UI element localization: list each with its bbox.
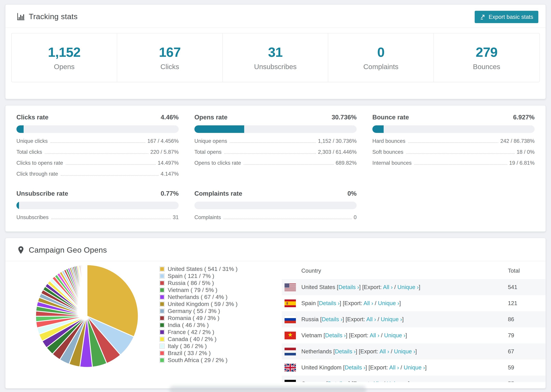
- metric-label: Unsubscribes: [16, 214, 49, 220]
- dotted-leader: [66, 164, 155, 165]
- rate-value: 30.736%: [332, 114, 357, 121]
- horizontal-scrollbar[interactable]: [170, 386, 366, 392]
- country-name: United Kingdom: [301, 364, 343, 371]
- legend-label: Netherlands ( 67 / 4% ): [168, 294, 228, 300]
- bracket: ]: [405, 332, 407, 338]
- legend-swatch: [160, 315, 165, 321]
- details-link[interactable]: Details ›: [328, 380, 348, 382]
- dotted-leader: [50, 142, 145, 143]
- total-cell: 59: [508, 364, 545, 371]
- metric-label: Complaints: [194, 214, 221, 220]
- bracket: [: [343, 364, 345, 371]
- legend-swatch: [160, 273, 165, 279]
- export-unique-link[interactable]: Unique ›: [404, 364, 425, 371]
- metric-value: 4.147%: [161, 171, 179, 177]
- export-all-link[interactable]: All ›: [383, 284, 393, 290]
- export-unique-link[interactable]: Unique ›: [378, 300, 399, 306]
- progress-fill: [194, 125, 244, 133]
- export-unique-link[interactable]: Unique ›: [387, 380, 408, 382]
- table-row-vn: ★Vietnam [Details ›] [Export: All › / Un…: [282, 327, 545, 343]
- rate-head: Opens rate30.736%: [194, 114, 357, 121]
- campaign-geo-opens-title: Campaign Geo Opens: [29, 245, 107, 254]
- details-link[interactable]: Details ›: [345, 364, 365, 371]
- bracket: [: [326, 380, 328, 382]
- export-all-link[interactable]: All ›: [370, 332, 379, 338]
- legend-item: Spain ( 121 / 7% ): [160, 273, 277, 280]
- metric-row: Opens to clicks rate689.82%: [194, 158, 357, 168]
- dotted-leader: [61, 175, 159, 176]
- metric-label: Total opens: [194, 149, 222, 155]
- tracking-stats-card: Tracking stats Export basic stats 1,152O…: [5, 4, 546, 99]
- campaign-stats-page: { "colors":{ "accent":"#15849e", "button…: [0, 0, 551, 392]
- details-link[interactable]: Details ›: [335, 348, 356, 355]
- rates-grid: Clicks rate4.46%Unique clicks167 / 4.456…: [6, 105, 545, 223]
- progress-bar: [194, 202, 357, 209]
- dotted-leader: [406, 153, 515, 154]
- table-row-es: Spain [Details ›] [Export: All › / Uniqu…: [282, 295, 545, 311]
- country-name: Netherlands: [301, 348, 333, 355]
- stat-label: Complaints: [363, 63, 398, 71]
- legend-swatch: [160, 294, 165, 300]
- export-all-link[interactable]: All ›: [363, 300, 373, 306]
- export-unique-link[interactable]: Unique ›: [384, 332, 406, 338]
- metric-row: Complaints0: [194, 212, 357, 223]
- country-name: Russia: [301, 316, 320, 322]
- bracket: ]: [399, 300, 401, 306]
- pie-slice-other[interactable]: [87, 265, 87, 316]
- metric-rows: Hard bounces242 / 86.738%Soft bounces18 …: [372, 136, 535, 168]
- export-unique-link[interactable]: Unique ›: [394, 348, 415, 355]
- country-column-header: Country: [282, 267, 508, 274]
- export-all-link[interactable]: All ›: [366, 316, 376, 322]
- export-all-link[interactable]: All ›: [389, 364, 399, 371]
- legend-item: Vietnam ( 79 / 5% ): [160, 287, 277, 294]
- metric-value: 242 / 86.738%: [500, 138, 535, 144]
- metric-value: 167 / 4.456%: [147, 138, 179, 144]
- rate-head: Unsubscribe rate0.77%: [16, 190, 179, 197]
- export-all-link[interactable]: All ›: [372, 380, 382, 382]
- details-link[interactable]: Details ›: [322, 316, 342, 322]
- legend-label: Vietnam ( 79 / 5% ): [168, 287, 217, 293]
- stat-value: 1,152: [48, 44, 80, 60]
- dotted-leader: [414, 164, 507, 165]
- legend-item: Netherlands ( 67 / 4% ): [160, 294, 277, 301]
- country-cell: Netherlands [Details ›] [Export: All › /…: [301, 348, 508, 355]
- metric-value: 0: [354, 214, 357, 220]
- export-basic-stats-button[interactable]: Export basic stats: [475, 11, 538, 23]
- rate-value: 0.77%: [161, 190, 179, 197]
- metric-value: 2,303 / 61.446%: [318, 149, 357, 155]
- stat-cell-unsubscribes: 31Unsubscribes: [223, 33, 328, 82]
- legend-label: Russia ( 86 / 5% ): [168, 280, 214, 286]
- metric-row: Unique opens1,152 / 30.736%: [194, 136, 357, 147]
- bracket: ]: [419, 284, 420, 290]
- bracket: [: [324, 332, 325, 338]
- table-row-de: Germany [Details ›] [Export: All › / Uni…: [282, 376, 545, 382]
- total-cell: 79: [508, 332, 545, 339]
- legend-item: France ( 42 / 2% ): [160, 329, 277, 336]
- dotted-leader: [51, 219, 171, 219]
- geo-pie-chart[interactable]: [6, 261, 160, 369]
- details-link[interactable]: Details ›: [338, 284, 359, 290]
- bracket: /: [382, 380, 387, 382]
- stat-label: Bounces: [473, 63, 500, 71]
- legend-swatch: [160, 308, 165, 314]
- legend-item: South Africa ( 29 / 2% ): [160, 357, 277, 364]
- export-unique-link[interactable]: Unique ›: [381, 316, 402, 322]
- geo-legend: United States ( 541 / 31% )Spain ( 121 /…: [160, 261, 277, 364]
- country-cell: Russia [Details ›] [Export: All › / Uniq…: [301, 316, 508, 322]
- metric-value: 31: [173, 214, 179, 220]
- stat-value: 31: [268, 44, 283, 60]
- vn-flag-icon: ★: [285, 332, 296, 339]
- metric-label: Clicks to opens rate: [16, 160, 63, 166]
- bracket: ]: [415, 348, 417, 355]
- legend-label: Canada ( 40 / 2% ): [168, 336, 216, 343]
- metric-label: Total clicks: [16, 149, 42, 155]
- table-row-ru: Russia [Details ›] [Export: All › / Uniq…: [282, 311, 545, 327]
- export-unique-link[interactable]: Unique ›: [397, 284, 419, 290]
- country-name: Spain: [301, 300, 318, 306]
- legend-label: France ( 42 / 2% ): [168, 329, 214, 335]
- country-cell: United States [Details ›] [Export: All ›…: [301, 284, 508, 290]
- details-link[interactable]: Details ›: [325, 332, 346, 338]
- export-all-link[interactable]: All ›: [380, 348, 389, 355]
- details-link[interactable]: Details ›: [319, 300, 340, 306]
- legend-swatch: [160, 351, 165, 356]
